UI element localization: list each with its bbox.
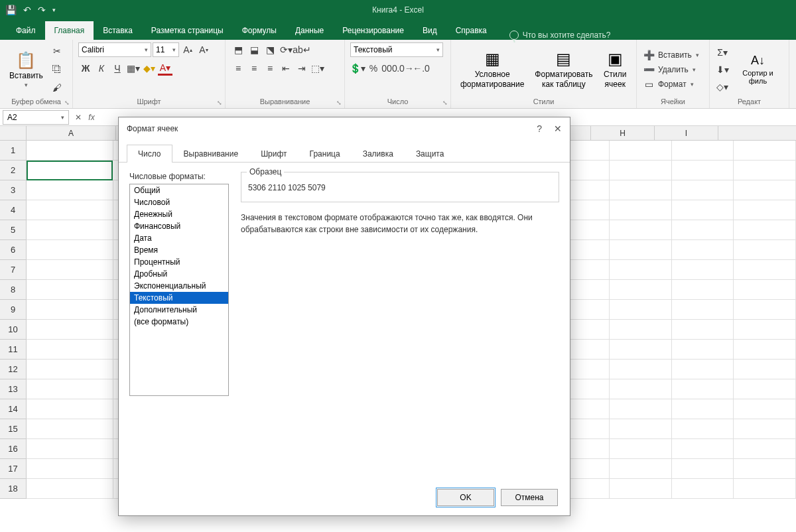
align-top-icon[interactable]: ⬒ — [231, 42, 245, 57]
row-header[interactable]: 16 — [0, 439, 27, 459]
fx-icon[interactable]: fx — [85, 110, 98, 125]
cell[interactable] — [27, 180, 113, 200]
increase-decimal-icon[interactable]: .0→ — [398, 61, 413, 76]
tab-insert[interactable]: Вставка — [94, 21, 142, 40]
dialog-tab-number[interactable]: Число — [127, 145, 172, 163]
cell[interactable] — [734, 379, 796, 399]
cell[interactable] — [610, 260, 672, 280]
format-painter-icon[interactable]: 🖌 — [50, 80, 64, 95]
orientation-icon[interactable]: ⟳▾ — [279, 42, 293, 57]
cell[interactable] — [734, 220, 796, 240]
name-box[interactable]: A2 ▾ — [3, 110, 69, 125]
cell[interactable] — [734, 419, 796, 439]
currency-icon[interactable]: 💲▾ — [350, 61, 365, 76]
qat-customize-icon[interactable]: ▾ — [52, 7, 56, 13]
dialog-tab-font[interactable]: Шрифт — [249, 145, 298, 163]
cell[interactable] — [672, 379, 734, 399]
cell[interactable] — [610, 459, 672, 479]
cell[interactable] — [27, 479, 113, 499]
comma-style-icon[interactable]: 000 — [382, 61, 397, 76]
column-header[interactable]: I — [655, 126, 718, 140]
cell[interactable] — [610, 300, 672, 320]
format-item[interactable]: Время — [130, 244, 228, 256]
underline-button[interactable]: Ч — [110, 61, 125, 76]
column-header[interactable]: H — [591, 126, 655, 140]
format-item[interactable]: Денежный — [130, 208, 228, 220]
insert-cells-button[interactable]: ➕Вставить▾ — [642, 49, 704, 61]
cell[interactable] — [610, 439, 672, 459]
format-item[interactable]: (все форматы) — [130, 316, 228, 328]
cell[interactable] — [734, 300, 796, 320]
cell[interactable] — [672, 320, 734, 340]
row-header[interactable]: 18 — [0, 479, 27, 499]
cell[interactable] — [27, 260, 113, 280]
dialog-launcher-icon[interactable]: ⤡ — [216, 99, 224, 107]
cut-icon[interactable]: ✂ — [50, 44, 64, 58]
tab-file[interactable]: Файл — [7, 21, 45, 40]
cell[interactable] — [734, 161, 796, 180]
cell[interactable] — [672, 419, 734, 439]
percent-icon[interactable]: % — [366, 61, 381, 76]
format-item[interactable]: Дробный — [130, 268, 228, 280]
borders-icon[interactable]: ▦▾ — [126, 61, 141, 76]
tab-page-layout[interactable]: Разметка страницы — [142, 21, 233, 40]
cell[interactable] — [610, 180, 672, 200]
row-header[interactable]: 14 — [0, 399, 27, 419]
format-item[interactable]: Числовой — [130, 196, 228, 208]
cell[interactable] — [734, 479, 796, 499]
column-header[interactable]: A — [27, 126, 116, 140]
cell[interactable] — [672, 459, 734, 479]
cell[interactable] — [27, 360, 113, 379]
dialog-tab-alignment[interactable]: Выравнивание — [172, 145, 250, 163]
undo-icon[interactable]: ↶ — [23, 5, 31, 15]
cell[interactable] — [672, 161, 734, 180]
fill-icon[interactable]: ⬇▾ — [715, 62, 730, 77]
dialog-launcher-icon[interactable]: ⤡ — [441, 99, 449, 107]
autosum-icon[interactable]: Σ▾ — [715, 45, 730, 60]
font-color-icon[interactable]: A▾ — [158, 61, 172, 76]
cell[interactable] — [610, 379, 672, 399]
increase-indent-icon[interactable]: ⇥ — [295, 61, 309, 76]
increase-font-icon[interactable]: A▴ — [180, 42, 195, 57]
cell[interactable] — [610, 360, 672, 379]
dialog-launcher-icon[interactable]: ⤡ — [63, 99, 71, 107]
font-size-combo[interactable]: 11▾ — [153, 42, 179, 57]
cell[interactable] — [734, 340, 796, 360]
cell[interactable] — [734, 200, 796, 220]
paste-button[interactable]: 📋 Вставить ▾ — [5, 42, 47, 96]
cell[interactable] — [27, 220, 113, 240]
cell[interactable] — [734, 280, 796, 300]
redo-icon[interactable]: ↷ — [38, 5, 46, 15]
cell[interactable] — [610, 479, 672, 499]
number-format-combo[interactable]: Текстовый▾ — [350, 42, 443, 57]
cell[interactable] — [27, 161, 113, 180]
row-header[interactable]: 1 — [0, 141, 27, 161]
format-item[interactable]: Процентный — [130, 256, 228, 268]
format-item[interactable]: Текстовый — [130, 292, 228, 304]
cell[interactable] — [610, 220, 672, 240]
tab-view[interactable]: Вид — [413, 21, 446, 40]
row-header[interactable]: 2 — [0, 161, 27, 180]
cell[interactable] — [610, 419, 672, 439]
ok-button[interactable]: OK — [437, 489, 494, 506]
clear-icon[interactable]: ◇▾ — [715, 80, 730, 94]
font-name-combo[interactable]: Calibri▾ — [78, 42, 151, 57]
row-header[interactable]: 8 — [0, 280, 27, 300]
cell[interactable] — [610, 280, 672, 300]
dialog-title-bar[interactable]: Формат ячеек ? ✕ — [119, 117, 570, 140]
cell[interactable] — [672, 180, 734, 200]
tab-home[interactable]: Главная — [45, 21, 94, 40]
wrap-text-icon[interactable]: ab↵ — [295, 42, 309, 57]
format-item[interactable]: Дополнительный — [130, 304, 228, 316]
cell-styles-button[interactable]: ▣ Стили ячеек — [599, 42, 631, 96]
row-header[interactable]: 4 — [0, 200, 27, 220]
cell[interactable] — [734, 260, 796, 280]
cell[interactable] — [734, 240, 796, 260]
row-header[interactable]: 5 — [0, 220, 27, 240]
dialog-tab-fill[interactable]: Заливка — [352, 145, 405, 163]
cell[interactable] — [27, 200, 113, 220]
format-item[interactable]: Экспоненциальный — [130, 280, 228, 292]
cell[interactable] — [672, 340, 734, 360]
align-middle-icon[interactable]: ⬓ — [247, 42, 261, 57]
close-icon[interactable]: ✕ — [554, 123, 562, 134]
